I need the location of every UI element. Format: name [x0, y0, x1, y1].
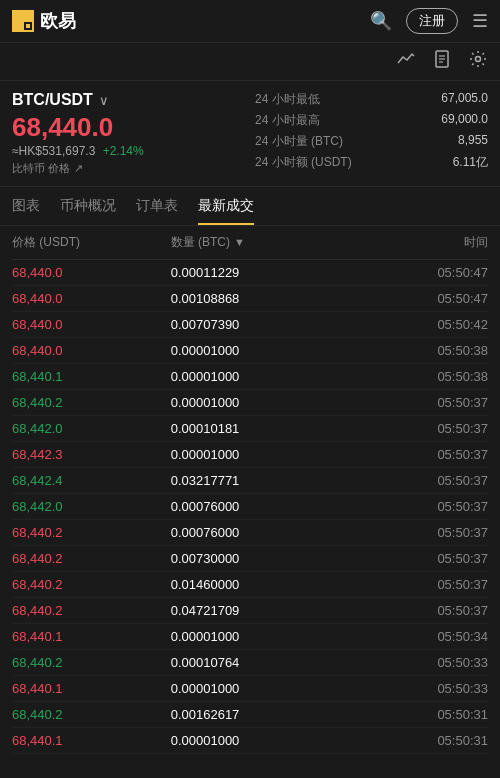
menu-icon[interactable]: ☰ [472, 10, 488, 32]
header-actions: 🔍 注册 ☰ [370, 8, 488, 34]
trade-time: 05:50:37 [356, 603, 488, 618]
trade-time: 05:50:38 [356, 369, 488, 384]
trade-amount: 0.00010764 [171, 655, 356, 670]
trades-table: 价格 (USDT) 数量 (BTC) ▼ 时间 68,440.0 0.00011… [0, 226, 500, 754]
trade-price: 68,440.0 [12, 265, 171, 280]
table-row: 68,442.4 0.03217771 05:50:37 [12, 468, 488, 494]
table-row: 68,440.2 0.00162617 05:50:31 [12, 702, 488, 728]
stat-value-2: 8,955 [458, 133, 488, 150]
table-row: 68,440.0 0.00011229 05:50:47 [12, 260, 488, 286]
header-amount: 数量 (BTC) ▼ [171, 234, 356, 251]
trade-price: 68,440.1 [12, 733, 171, 748]
trade-amount: 0.04721709 [171, 603, 356, 618]
hk-price-value: ≈HK$531,697.3 [12, 144, 95, 158]
register-button[interactable]: 注册 [406, 8, 458, 34]
tab-trades[interactable]: 最新成交 [198, 187, 254, 225]
chart-icon[interactable] [396, 49, 416, 74]
trade-price: 68,442.0 [12, 499, 171, 514]
trade-price: 68,442.3 [12, 447, 171, 462]
trade-time: 05:50:33 [356, 655, 488, 670]
trade-amount: 0.00001000 [171, 629, 356, 644]
hk-price: ≈HK$531,697.3 +2.14% [12, 144, 245, 158]
trade-amount: 0.01460000 [171, 577, 356, 592]
svg-rect-4 [26, 24, 30, 28]
trade-time: 05:50:37 [356, 421, 488, 436]
svg-rect-0 [14, 12, 22, 20]
stat-label-0: 24 小时最低 [255, 91, 320, 108]
trade-price: 68,440.2 [12, 655, 171, 670]
trade-time: 05:50:37 [356, 577, 488, 592]
trade-amount: 0.00001000 [171, 681, 356, 696]
price-stats: 24 小时最低 67,005.0 24 小时最高 69,000.0 24 小时量… [255, 91, 488, 176]
tab-bar: 图表 币种概况 订单表 最新成交 [0, 187, 500, 226]
stat-label-2: 24 小时量 (BTC) [255, 133, 343, 150]
trade-price: 68,442.0 [12, 421, 171, 436]
trade-amount: 0.00001000 [171, 447, 356, 462]
filter-icon[interactable]: ▼ [234, 236, 245, 248]
header-time: 时间 [356, 234, 488, 251]
table-row: 68,442.0 0.00076000 05:50:37 [12, 494, 488, 520]
trade-price: 68,440.0 [12, 291, 171, 306]
document-icon[interactable] [432, 49, 452, 74]
price-section: BTC/USDT ∨ 68,440.0 ≈HK$531,697.3 +2.14%… [0, 81, 500, 187]
stat-value-0: 67,005.0 [441, 91, 488, 108]
logo-icon [12, 10, 34, 32]
trade-amount: 0.00011229 [171, 265, 356, 280]
pair-row: BTC/USDT ∨ [12, 91, 245, 109]
main-price: 68,440.0 [12, 113, 245, 142]
stat-row-0: 24 小时最低 67,005.0 [255, 91, 488, 108]
trades-list: 68,440.0 0.00011229 05:50:47 68,440.0 0.… [12, 260, 488, 754]
tab-chart[interactable]: 图表 [12, 187, 40, 225]
trade-amount: 0.00076000 [171, 499, 356, 514]
trade-time: 05:50:47 [356, 291, 488, 306]
trade-time: 05:50:37 [356, 551, 488, 566]
stat-value-1: 69,000.0 [441, 112, 488, 129]
table-row: 68,440.2 0.00076000 05:50:37 [12, 520, 488, 546]
trade-amount: 0.00001000 [171, 733, 356, 748]
trade-price: 68,440.2 [12, 577, 171, 592]
trade-time: 05:50:37 [356, 447, 488, 462]
stat-row-2: 24 小时量 (BTC) 8,955 [255, 133, 488, 150]
trading-pair[interactable]: BTC/USDT [12, 91, 93, 109]
table-header: 价格 (USDT) 数量 (BTC) ▼ 时间 [12, 226, 488, 260]
app-header: 欧易 🔍 注册 ☰ [0, 0, 500, 43]
trade-amount: 0.00162617 [171, 707, 356, 722]
trade-amount: 0.00001000 [171, 395, 356, 410]
search-icon[interactable]: 🔍 [370, 10, 392, 32]
table-row: 68,440.1 0.00001000 05:50:34 [12, 624, 488, 650]
external-link-icon[interactable]: ↗ [74, 162, 83, 175]
trade-price: 68,440.2 [12, 525, 171, 540]
trade-amount: 0.03217771 [171, 473, 356, 488]
trade-time: 05:50:37 [356, 473, 488, 488]
header-price: 价格 (USDT) [12, 234, 171, 251]
trade-price: 68,440.0 [12, 343, 171, 358]
table-row: 68,440.0 0.00001000 05:50:38 [12, 338, 488, 364]
trade-price: 68,440.1 [12, 681, 171, 696]
trade-time: 05:50:31 [356, 733, 488, 748]
stat-label-1: 24 小时最高 [255, 112, 320, 129]
trade-time: 05:50:38 [356, 343, 488, 358]
svg-rect-1 [24, 12, 32, 20]
trade-amount: 0.00001000 [171, 343, 356, 358]
trade-amount: 0.00001000 [171, 369, 356, 384]
stat-row-1: 24 小时最高 69,000.0 [255, 112, 488, 129]
tab-overview[interactable]: 币种概况 [60, 187, 116, 225]
trade-price: 68,440.2 [12, 551, 171, 566]
svg-rect-2 [14, 22, 22, 30]
table-row: 68,440.2 0.04721709 05:50:37 [12, 598, 488, 624]
stat-label-3: 24 小时额 (USDT) [255, 154, 352, 171]
trade-time: 05:50:37 [356, 395, 488, 410]
settings-icon[interactable] [468, 49, 488, 74]
table-row: 68,442.3 0.00001000 05:50:37 [12, 442, 488, 468]
trade-time: 05:50:31 [356, 707, 488, 722]
tab-orders[interactable]: 订单表 [136, 187, 178, 225]
trade-price: 68,440.1 [12, 629, 171, 644]
trade-price: 68,440.1 [12, 369, 171, 384]
table-row: 68,440.0 0.00707390 05:50:42 [12, 312, 488, 338]
trade-time: 05:50:33 [356, 681, 488, 696]
trade-time: 05:50:47 [356, 265, 488, 280]
table-row: 68,440.2 0.00001000 05:50:37 [12, 390, 488, 416]
pair-dropdown-icon[interactable]: ∨ [99, 93, 109, 108]
stat-row-3: 24 小时额 (USDT) 6.11亿 [255, 154, 488, 171]
change-pct: +2.14% [103, 144, 144, 158]
